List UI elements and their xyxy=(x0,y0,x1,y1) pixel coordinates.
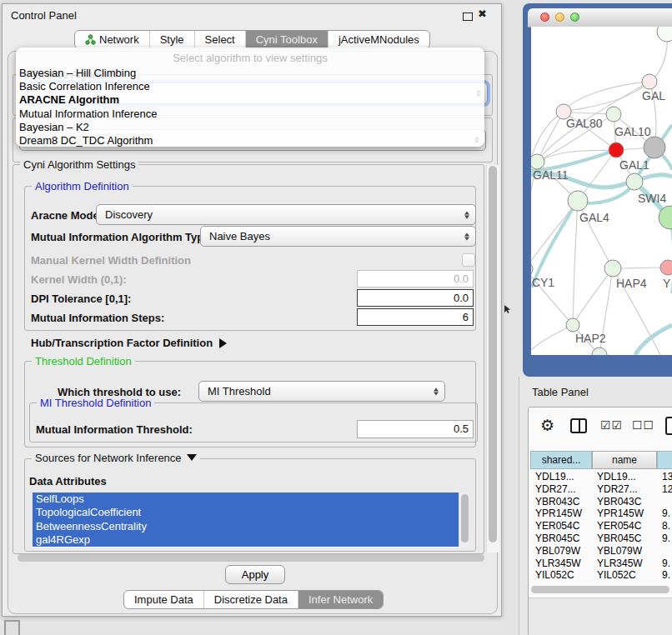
table-column-header[interactable]: name xyxy=(592,451,657,469)
close-icon[interactable]: ✖ xyxy=(478,8,487,20)
table-cell[interactable]: YER054C xyxy=(597,520,662,532)
cyni-algorithm-settings-title: Cyni Algorithm Settings xyxy=(20,159,138,171)
table-cell[interactable]: YDR27... xyxy=(535,483,597,496)
disclosure-right-icon xyxy=(219,338,227,348)
algorithm-dropdown-item[interactable]: Bayesian – Hill Climbing xyxy=(16,67,484,80)
network-canvas[interactable]: GALGAL80GAL10GAL1GAL11SWI4GAL4GCY1HAP4YH… xyxy=(531,27,672,355)
table-cell[interactable]: 9. xyxy=(662,558,672,570)
columns-icon[interactable] xyxy=(570,418,587,433)
tab-discretize-data[interactable]: Discretize Data xyxy=(203,591,298,608)
table-cell[interactable]: YBL079W xyxy=(535,545,597,558)
kernel-width-field[interactable]: 0.0 xyxy=(357,270,474,288)
hub-definition-toggle[interactable]: Hub/Transcription Factor Definition xyxy=(31,337,227,349)
tab-style[interactable]: Style xyxy=(149,31,194,48)
mi-threshold-group-title: MI Threshold Definition xyxy=(37,398,154,409)
tab-select[interactable]: Select xyxy=(194,31,245,48)
settings-horizontal-scrollbar[interactable] xyxy=(18,554,484,562)
tab-network[interactable]: Network xyxy=(75,31,149,48)
mi-threshold-field[interactable]: 0.5 xyxy=(357,420,474,438)
node-gal11-label: GAL11 xyxy=(533,168,569,182)
algorithm-dropdown-item[interactable]: ARACNE Algorithm xyxy=(16,93,484,107)
table-cell[interactable]: YBL079W xyxy=(597,545,662,558)
network-icon xyxy=(85,34,96,45)
mi-type-combo[interactable]: Naive Bayes xyxy=(200,226,476,247)
table-cell[interactable]: YDR27... xyxy=(597,483,662,496)
node-gcy1[interactable] xyxy=(531,262,533,277)
tab-infer-network[interactable]: Infer Network xyxy=(298,591,383,608)
node-swi4[interactable] xyxy=(626,173,643,190)
node-gray[interactable] xyxy=(644,137,665,158)
table-cell[interactable]: 12 xyxy=(662,483,672,496)
table-cell[interactable]: YIL052C xyxy=(597,569,662,582)
node-salmon[interactable] xyxy=(660,260,672,275)
algorithm-dropdown-item[interactable]: Basic Correlation Inference xyxy=(16,80,484,93)
algorithm-dropdown-item[interactable]: Dream8 DC_TDC Algorithm xyxy=(16,134,484,148)
node-hap4[interactable] xyxy=(604,260,621,277)
node-gal1[interactable] xyxy=(609,142,624,158)
algorithm-dropdown: Select algorithm to view settings Bayesi… xyxy=(16,48,484,147)
data-attribute-item[interactable]: TopologicalCoefficient xyxy=(33,506,463,519)
table-cell[interactable]: YLR345W xyxy=(535,558,597,570)
network-window-titlebar[interactable] xyxy=(528,8,672,28)
table-cell[interactable]: 13 xyxy=(662,471,672,483)
table-cell[interactable]: YBR043C xyxy=(597,496,662,508)
algorithm-dropdown-item[interactable]: Mutual Information Inference xyxy=(16,108,484,121)
table-cell[interactable]: 9. xyxy=(662,508,672,520)
table-cell[interactable]: 8. xyxy=(662,520,672,532)
table-column-header[interactable] xyxy=(657,451,672,469)
table-cell[interactable]: YBR043C xyxy=(535,496,597,508)
table-cell[interactable]: YLR345W xyxy=(597,558,662,570)
table-cell[interactable]: YDL19... xyxy=(535,471,597,483)
data-attribute-item[interactable]: SelfLoops xyxy=(33,492,463,506)
panel-icon[interactable] xyxy=(665,417,672,435)
zoom-traffic-light-icon[interactable] xyxy=(570,12,579,22)
tab-label: Network xyxy=(99,33,139,46)
mouse-cursor xyxy=(504,305,512,314)
table-cell[interactable]: 9. xyxy=(662,532,672,545)
unchecked-checkboxes-icon[interactable]: ☐☐ xyxy=(632,418,654,432)
table-column-header[interactable]: shared... xyxy=(530,451,592,469)
node-hap2[interactable] xyxy=(566,318,579,332)
sources-group-title[interactable]: Sources for Network Inference xyxy=(32,452,200,464)
data-attribute-item[interactable]: gal4RGexp xyxy=(33,533,463,547)
network-view-window: GALGAL80GAL10GAL1GAL11SWI4GAL4GCY1HAP4YH… xyxy=(523,3,672,377)
node-gal-cut-label: GAL xyxy=(642,89,665,102)
aracne-mode-combo[interactable]: Discovery xyxy=(96,204,476,225)
tab-jactivemnodules[interactable]: jActiveMNodules xyxy=(328,31,429,48)
gear-icon[interactable]: ⚙ xyxy=(540,416,554,435)
tab-cyni-toolbox[interactable]: Cyni Toolbox xyxy=(245,31,328,48)
data-attribute-item[interactable]: BetweennessCentrality xyxy=(33,520,463,533)
apply-button[interactable]: Apply xyxy=(225,565,285,584)
close-traffic-light-icon[interactable] xyxy=(540,12,549,22)
float-panel-icon[interactable] xyxy=(463,12,473,21)
table-horizontal-scrollbar[interactable] xyxy=(531,586,669,593)
table-cell[interactable]: 9. xyxy=(662,569,672,582)
node-gal4[interactable] xyxy=(568,191,588,211)
mi-steps-field[interactable]: 6 xyxy=(357,308,474,326)
table-cell[interactable]: YER054C xyxy=(535,520,597,532)
table-cell[interactable]: YDL19... xyxy=(597,471,662,483)
table-cell[interactable]: YBR045C xyxy=(535,532,597,545)
data-attributes-list[interactable]: SelfLoopsTopologicalCoefficientBetweenne… xyxy=(33,492,469,548)
manual-kernel-label: Manual Kernel Width Definition xyxy=(31,254,191,267)
node-top[interactable] xyxy=(657,27,672,42)
table-cell[interactable]: YIL052C xyxy=(535,569,597,582)
algorithm-dropdown-item[interactable]: Bayesian – K2 xyxy=(16,121,484,134)
manual-kernel-checkbox[interactable] xyxy=(462,253,475,267)
attribute-list-scrollbar[interactable] xyxy=(459,492,469,548)
restore-panel-icon[interactable] xyxy=(4,620,20,635)
node-gal10[interactable] xyxy=(606,107,621,122)
which-threshold-combo[interactable]: MI Threshold xyxy=(198,381,445,402)
node-gal-cut[interactable] xyxy=(642,74,657,89)
table-cell[interactable]: YPR145W xyxy=(535,508,597,520)
node-gal11[interactable] xyxy=(531,154,544,169)
settings-vertical-scrollbar[interactable] xyxy=(486,165,499,552)
dpi-tolerance-field[interactable]: 0.0 xyxy=(357,289,474,307)
tab-impute-data[interactable]: Impute Data xyxy=(124,591,203,608)
minimize-traffic-light-icon[interactable] xyxy=(555,12,564,22)
desktop: Control Panel ✖ NetworkStyleSelectCyni T… xyxy=(0,0,672,635)
table-cell[interactable]: YBR045C xyxy=(597,532,662,545)
node-gal4-label: GAL4 xyxy=(579,211,609,224)
checked-checkboxes-icon[interactable]: ☑☑ xyxy=(600,418,623,432)
table-cell[interactable]: YPR145W xyxy=(597,508,662,520)
